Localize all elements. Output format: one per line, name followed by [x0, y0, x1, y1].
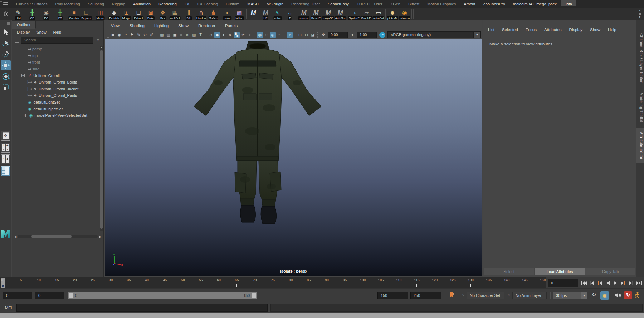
drag-handle[interactable] — [2, 22, 10, 25]
mute-audio-icon[interactable] — [615, 292, 621, 299]
chevron-down-icon[interactable]: ▼ — [95, 39, 101, 42]
timeline-ruler[interactable]: 0 05101520253035404550556065707580859095… — [0, 277, 546, 288]
attribute-editor-menu-attributes[interactable]: Attributes — [544, 28, 562, 32]
viewport-menu-shading[interactable]: Shading — [130, 24, 145, 28]
attribute-editor-menu-focus[interactable]: Focus — [526, 28, 537, 32]
collapse-icon[interactable]: − — [21, 74, 25, 77]
shelf-tab-sculpting[interactable]: Sculpting — [84, 0, 108, 6]
chevron-down-icon[interactable]: ▼ — [473, 32, 480, 38]
safe-title-icon[interactable]: T — [197, 32, 204, 38]
gamma-field[interactable]: 1.00 — [357, 32, 377, 38]
marker-icon[interactable]: ✐ — [148, 32, 155, 38]
playback-start-field[interactable]: 0 — [35, 292, 64, 299]
go-to-start-button[interactable] — [580, 278, 587, 288]
outliner-item-persp[interactable]: ■◀persp — [12, 46, 99, 53]
colorspace-on-toggle[interactable]: ON — [379, 32, 385, 38]
viewport-menu-lighting[interactable]: Lighting — [154, 24, 169, 28]
scrollbar-thumb[interactable] — [100, 50, 103, 229]
shelf-button-harden[interactable]: ⋔Harden — [195, 9, 207, 20]
outliner-item-modelpanel4viewselectedset[interactable]: +◉modelPanel4ViewSelectedSet — [12, 112, 99, 119]
move-tool[interactable] — [1, 60, 11, 70]
shelf-button-hist[interactable]: ✎Hist — [12, 9, 24, 20]
shelf-button-animbot[interactable]: ▭animBot — [372, 9, 385, 20]
outliner-item-side[interactable]: ■◀side — [12, 66, 99, 73]
range-start-handle[interactable] — [69, 293, 73, 298]
step-back-frame-button[interactable] — [596, 278, 603, 288]
shelf-button-move[interactable]: ◗move — [221, 9, 233, 20]
shelf-button-mixamo[interactable]: ◉mixamo — [399, 9, 411, 20]
playback-loop-icon[interactable]: ↻ — [592, 292, 596, 298]
bookmark-add-icon[interactable] — [449, 292, 455, 299]
outliner-item-front[interactable]: ■◀front — [12, 59, 99, 66]
shelf-tab-mash[interactable]: MASH — [243, 0, 263, 6]
grease-pencil-icon[interactable]: ✎ — [136, 32, 142, 38]
shelf-tab-zootoolspro[interactable]: ZooToolsPro — [479, 0, 509, 6]
dock-tab-channel-box-layer-editor[interactable]: Channel Box / Layer Editor — [636, 30, 644, 86]
pan-zoom-2d-icon[interactable]: ⊡ — [303, 32, 309, 38]
shelf-tab-poly-modeling[interactable]: Poly Modeling — [51, 0, 84, 6]
shelf-button-mayasf[interactable]: MmayaSF — [322, 9, 334, 20]
fps-dropdown[interactable]: 30 fps▼ — [553, 292, 587, 299]
outliner-menu-help[interactable]: Help — [53, 30, 62, 34]
exposure-icon[interactable]: ✥ — [320, 32, 326, 38]
shelf-button-t[interactable]: ↔T — [284, 9, 296, 20]
viewport-menu-view[interactable]: View — [111, 24, 120, 28]
attribute-editor-menu-show[interactable]: Show — [590, 28, 600, 32]
command-language-toggle[interactable]: MEL — [5, 305, 13, 310]
shelf-button-ft[interactable]: ╋FT — [54, 9, 66, 20]
character-set-dropdown[interactable]: No Character Set — [467, 292, 504, 299]
shelf-tab-animation[interactable]: Animation — [129, 0, 155, 6]
image-plane-icon[interactable]: ◪ — [310, 32, 316, 38]
chevron-down-icon[interactable]: ▼ — [581, 292, 587, 299]
shelf-tab-fx-caching[interactable]: FX Caching — [194, 0, 222, 6]
shelf-tab-jota[interactable]: Jota — [561, 0, 576, 6]
chevron-down-icon[interactable]: ▽ — [462, 293, 464, 297]
anim-layer-dropdown[interactable]: No Anim Layer — [512, 292, 547, 299]
viewport-menu-renderer[interactable]: Renderer — [198, 24, 215, 28]
shelf-button-mirror[interactable]: ◫Mirror — [94, 9, 106, 20]
copy-tab-button[interactable]: Copy Tab — [585, 268, 635, 275]
playback-end-field[interactable]: 150 — [377, 292, 408, 299]
snap-magnify-icon[interactable]: ⊙ — [142, 32, 148, 38]
paint-select-tool[interactable] — [1, 49, 11, 59]
shelf-button-pc[interactable]: ◉PC — [40, 9, 52, 20]
viewport-menu-show[interactable]: Show — [178, 24, 189, 28]
wireframe-on-shaded-icon[interactable]: ◈ — [227, 32, 233, 38]
shelf-button-lattice[interactable]: ▩lattice — [233, 9, 245, 20]
go-to-end-button[interactable] — [635, 278, 643, 288]
shelf-button-separat[interactable]: □Separat — [80, 9, 92, 20]
motion-blur-icon[interactable]: ◌ — [263, 32, 269, 38]
scale-tool[interactable] — [1, 83, 11, 93]
shelf-button-rename[interactable]: Mrename — [298, 9, 310, 20]
shelf-button-extract[interactable]: ⊡Extract — [132, 9, 145, 20]
outliner-item-uniforn-cromil-jacket[interactable]: ├─●❖Uniforn_Cromil_Jacket — [12, 86, 99, 93]
shelf-button-autosm[interactable]: MAutoSm — [334, 9, 346, 20]
film-gate-icon[interactable]: ▤ — [165, 32, 171, 38]
auto-keyframe-icon[interactable]: ↻ — [624, 291, 632, 299]
camera-tumble-icon[interactable]: ◔ — [123, 32, 129, 38]
play-forward-button[interactable] — [612, 278, 619, 288]
field-chart-icon[interactable]: ⊞ — [185, 32, 191, 38]
layout-four[interactable]: +◆++ — [1, 143, 10, 153]
viewport-canvas[interactable]: y x Isolate : persp — [105, 39, 482, 276]
shelf-button-cable[interactable]: ∿cable — [272, 9, 284, 20]
shelf-tab-arnold[interactable]: Arnold — [460, 0, 479, 6]
play-backward-button[interactable] — [604, 278, 611, 288]
range-end-handle[interactable] — [252, 293, 256, 298]
pan-zoom-icon[interactable]: ⊡ — [297, 32, 303, 38]
load-attributes-button[interactable]: Load Attributes — [535, 268, 585, 275]
shelf-button-s-h[interactable]: ‖S/H — [183, 9, 195, 20]
shelf-tab-rendering-user[interactable]: Rendering_User — [287, 0, 324, 6]
step-back-key-button[interactable] — [588, 278, 595, 288]
shelf-tab-malcolm341-mega-pack[interactable]: malcolm341_mega_pack — [509, 0, 561, 6]
contrast-icon[interactable]: ◑ — [349, 32, 355, 38]
shelf-tab-msplugin[interactable]: MSPlugin — [263, 0, 287, 6]
layout-two[interactable]: +◆ — [1, 154, 10, 164]
shelf-tab-motion-graphics[interactable]: Motion Graphics — [423, 0, 460, 6]
animation-preferences-icon[interactable]: ▦ — [600, 291, 609, 300]
gate-mask-icon[interactable]: ■ — [178, 32, 184, 38]
shelf-button-detatch[interactable]: ◆Detatch — [108, 9, 120, 20]
select-button[interactable]: Select — [484, 268, 534, 275]
outliner-item-uniforn-cromil[interactable]: −↗Uniforn_Cromil — [12, 72, 99, 79]
shelf-button-rev[interactable]: ❖Rev — [157, 9, 169, 20]
